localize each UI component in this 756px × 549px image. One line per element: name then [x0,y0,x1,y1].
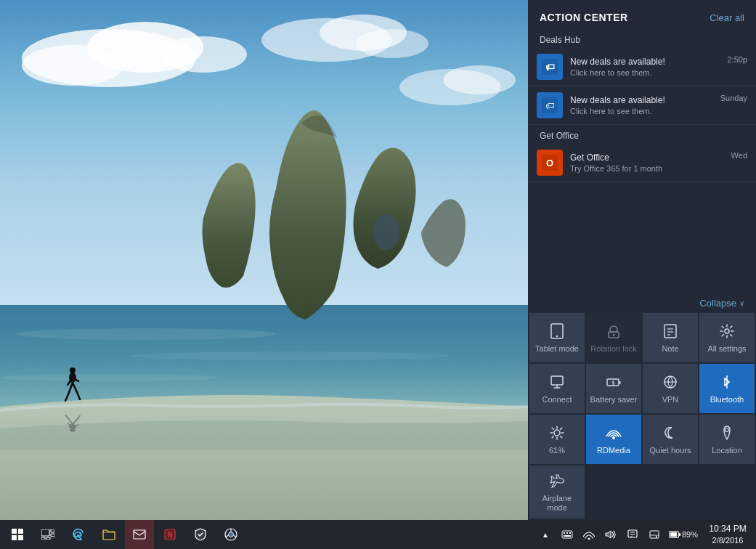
svg-text:O: O [546,158,553,168]
svg-rect-88 [569,532,571,534]
svg-line-83 [226,535,229,537]
notification-office-1[interactable]: O Get Office Try Office 365 for 1 month … [528,144,756,182]
airplane-mode-icon [549,473,565,491]
svg-line-65 [552,436,553,437]
brightness-icon [549,425,565,443]
svg-rect-76 [46,537,50,540]
svg-rect-99 [679,533,680,536]
volume-icon[interactable] [601,520,621,549]
svg-point-45 [725,329,729,333]
defender-button[interactable] [186,520,215,549]
rdmedia-icon [606,425,622,443]
office-icon-1: O [537,150,563,176]
battery-indicator: 89% [666,530,701,539]
brightness-label: 61% [549,446,565,455]
notifications-list: Deals Hub 🏷 New deals are available! Cli… [528,29,756,292]
svg-point-40 [613,333,615,336]
group-title-get-office: Get Office [528,125,756,144]
svg-rect-75 [41,537,45,540]
svg-rect-87 [566,532,568,534]
quick-action-note[interactable]: Note [643,313,698,362]
svg-rect-68 [12,529,17,534]
svg-text:N: N [167,531,172,539]
quick-action-quiet-hours[interactable]: Quiet hours [643,415,698,464]
svg-line-62 [552,428,553,429]
battery-saver-label: Battery saver [590,395,638,404]
collapse-button[interactable]: Collapse ∨ [699,298,744,309]
svg-rect-100 [670,532,677,537]
clock-date: 2/8/2016 [712,535,744,545]
svg-text:🏷: 🏷 [545,100,555,111]
notification-deals-2[interactable]: 🏷 New deals are available! Click here to… [528,86,756,125]
svg-rect-74 [51,534,54,537]
note-label: Note [662,344,678,354]
notif-title-deals-2: New deals are available! [570,95,715,105]
action-center-button[interactable] [622,520,643,549]
quick-action-battery-saver[interactable]: Battery saver [586,364,641,413]
notification-deals-1[interactable]: 🏷 New deals are available! Click here to… [528,48,756,86]
system-clock[interactable]: 10:34 PM 2/8/2016 [702,524,753,545]
svg-rect-89 [564,535,571,537]
rotation-lock-label: Rotation lock [590,344,637,354]
news-button[interactable]: N [155,520,184,549]
bluetooth-label: Bluetooth [710,395,744,404]
chrome-button[interactable] [216,520,245,549]
quick-action-bluetooth[interactable]: Bluetooth [699,364,755,413]
edge-button[interactable] [64,520,93,549]
quick-action-all-settings[interactable]: All settings [699,313,755,362]
deals-icon-1: 🏷 [537,54,563,80]
quick-action-airplane-mode[interactable]: Airplane mode [529,465,585,518]
svg-rect-70 [12,535,17,540]
clear-all-button[interactable]: Clear all [710,12,744,23]
svg-rect-73 [51,529,54,532]
file-explorer-button[interactable] [94,520,123,549]
svg-point-38 [556,335,558,336]
svg-rect-72 [41,529,49,536]
svg-point-12 [131,351,450,360]
svg-line-63 [561,436,562,437]
quick-action-rdmedia[interactable]: RDMedia [586,415,641,464]
svg-point-67 [725,428,729,431]
svg-point-13 [0,374,218,381]
start-button[interactable] [3,520,32,549]
quick-actions-grid: Tablet mode Rotation lock N [528,312,756,465]
vpn-icon [662,374,678,392]
quick-action-brightness[interactable]: 61% [529,415,585,464]
all-settings-label: All settings [707,344,746,354]
svg-point-97 [656,536,657,537]
quick-action-rotation-lock[interactable]: Rotation lock [586,313,641,362]
svg-line-64 [561,428,562,429]
note-icon [662,323,678,341]
taskbar-left: N [0,520,248,549]
quick-actions-extra-row: Airplane mode [528,465,756,520]
drive-icon [644,520,664,549]
svg-point-9 [443,65,516,94]
notif-title-deals-1: New deals are available! [570,57,721,67]
notification-content-office-1: Get Office Try Office 365 for 1 month [570,152,725,173]
quick-action-tablet-mode[interactable]: Tablet mode [529,313,585,362]
task-view-button[interactable] [33,520,62,549]
quick-action-location[interactable]: Location [699,415,755,464]
svg-point-11 [15,328,276,340]
notif-time-office-1: Wed [731,150,747,160]
network-icon[interactable] [579,520,599,549]
all-settings-icon [719,323,735,341]
svg-point-24 [70,429,76,432]
show-hidden-icons-button[interactable]: ▲ [535,520,556,549]
mail-button[interactable] [125,520,154,549]
notif-time-deals-1: 2:50p [727,54,747,64]
collapse-bar: Collapse ∨ [528,292,756,312]
battery-saver-icon [606,374,622,392]
quiet-hours-icon [662,425,678,443]
notif-time-deals-2: Sunday [720,92,747,102]
battery-percent: 89% [682,530,698,539]
quiet-hours-label: Quiet hours [650,446,691,455]
quick-action-connect[interactable]: Connect [529,364,585,413]
connect-label: Connect [542,395,572,404]
quick-action-vpn[interactable]: VPN [643,364,698,413]
connect-icon [549,374,565,392]
notif-body-deals-1: Click here to see them. [570,68,721,77]
svg-rect-86 [564,532,565,534]
svg-point-7 [356,29,428,58]
svg-point-90 [588,538,590,540]
